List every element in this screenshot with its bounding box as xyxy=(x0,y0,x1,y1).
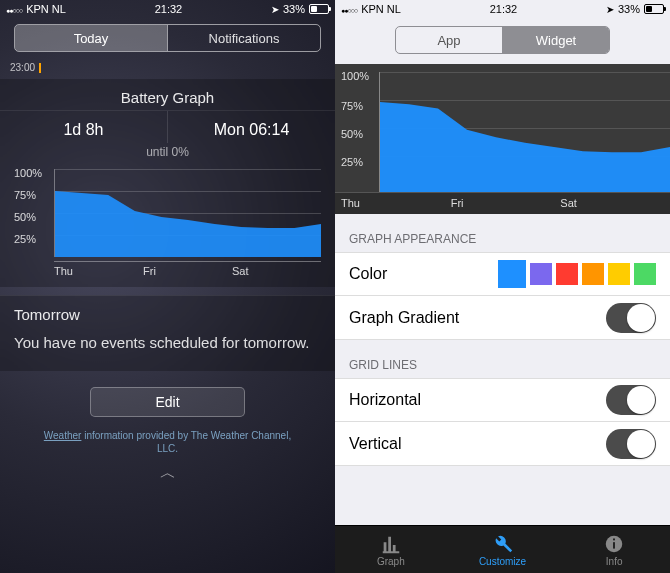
row-color-label: Color xyxy=(349,265,387,283)
info-icon xyxy=(603,533,625,555)
app-customize-screen: KPN NL 21:32 ➤ 33% App Widget 100% 75% 5… xyxy=(335,0,670,573)
svg-rect-3 xyxy=(613,542,615,548)
tab-bar: Graph Customize Info xyxy=(335,525,670,573)
swatch-purple[interactable] xyxy=(530,263,552,285)
battery-pct-label: 33% xyxy=(618,3,640,15)
svg-marker-1 xyxy=(380,102,670,192)
y-label: 75% xyxy=(341,100,377,112)
row-horizontal-label: Horizontal xyxy=(349,391,421,409)
section-graph-appearance: Graph Appearance xyxy=(335,214,670,252)
color-swatches xyxy=(498,260,656,288)
y-label: 75% xyxy=(14,189,50,201)
battery-widget: Battery Graph 1d 8h Mon 06:14 until 0% 1… xyxy=(0,79,335,287)
battery-chart: 100% 75% 50% 25% Thu Fri Sat xyxy=(14,169,321,279)
timeline-time: 23:00 xyxy=(10,62,35,73)
carrier-label: KPN NL xyxy=(26,3,66,15)
row-horizontal[interactable]: Horizontal xyxy=(335,378,670,422)
swatch-red[interactable] xyxy=(556,263,578,285)
carrier-label: KPN NL xyxy=(361,3,401,15)
battery-eta-value: Mon 06:14 xyxy=(167,111,335,143)
timeline-marker: 23:00 xyxy=(0,60,335,79)
weather-footnote: Weather information provided by The Weat… xyxy=(0,425,335,461)
status-bar: KPN NL 21:32 ➤ 33% xyxy=(335,0,670,18)
row-gradient-label: Graph Gradient xyxy=(349,309,459,327)
tomorrow-title: Tomorrow xyxy=(14,306,321,323)
tab-app[interactable]: App xyxy=(396,27,502,53)
x-label: Fri xyxy=(451,193,561,214)
battery-icon xyxy=(309,4,329,14)
weather-link[interactable]: Weather xyxy=(44,430,82,441)
wrench-icon xyxy=(492,533,514,555)
y-label: 50% xyxy=(14,211,50,223)
swatch-blue[interactable] xyxy=(498,260,526,288)
tabbar-graph-label: Graph xyxy=(377,556,405,567)
tomorrow-body: You have no events scheduled for tomorro… xyxy=(14,333,321,353)
battery-chart-area xyxy=(55,169,321,257)
tabbar-customize[interactable]: Customize xyxy=(447,526,559,573)
x-label: Thu xyxy=(341,193,451,214)
battery-until-label: until 0% xyxy=(0,143,335,169)
battery-remaining-value: 1d 8h xyxy=(0,111,167,143)
x-label: Sat xyxy=(560,193,670,214)
y-label: 25% xyxy=(14,233,50,245)
swatch-yellow[interactable] xyxy=(608,263,630,285)
tomorrow-widget: Tomorrow You have no events scheduled fo… xyxy=(0,295,335,371)
clock-label: 21:32 xyxy=(490,3,518,15)
x-label: Sat xyxy=(232,262,321,279)
y-label: 100% xyxy=(14,167,50,179)
svg-marker-0 xyxy=(55,191,321,257)
row-gradient[interactable]: Graph Gradient xyxy=(335,296,670,340)
y-label: 25% xyxy=(341,156,377,168)
location-icon: ➤ xyxy=(606,4,614,15)
toggle-gradient[interactable] xyxy=(606,303,656,333)
tabbar-customize-label: Customize xyxy=(479,556,526,567)
edit-button[interactable]: Edit xyxy=(90,387,245,417)
swatch-green[interactable] xyxy=(634,263,656,285)
tab-notifications[interactable]: Notifications xyxy=(167,25,320,51)
row-vertical[interactable]: Vertical xyxy=(335,422,670,466)
tab-widget[interactable]: Widget xyxy=(502,27,609,53)
tabbar-graph[interactable]: Graph xyxy=(335,526,447,573)
tab-today[interactable]: Today xyxy=(15,25,167,51)
y-label: 50% xyxy=(341,128,377,140)
timeline-tick-icon xyxy=(39,63,41,73)
status-bar: KPN NL 21:32 ➤ 33% xyxy=(0,0,335,18)
preview-chart-area xyxy=(380,72,670,192)
battery-pct-label: 33% xyxy=(283,3,305,15)
clock-label: 21:32 xyxy=(155,3,183,15)
section-grid-lines: Grid Lines xyxy=(335,340,670,378)
widget-title: Battery Graph xyxy=(0,79,335,110)
location-icon: ➤ xyxy=(271,4,279,15)
y-label: 100% xyxy=(341,70,377,82)
x-label: Fri xyxy=(143,262,232,279)
notification-center-screen: KPN NL 21:32 ➤ 33% Today Notifications 2… xyxy=(0,0,335,573)
svg-rect-4 xyxy=(613,538,615,540)
toggle-horizontal[interactable] xyxy=(606,385,656,415)
bar-chart-icon xyxy=(380,533,402,555)
swatch-orange[interactable] xyxy=(582,263,604,285)
signal-dots-icon xyxy=(341,3,357,15)
battery-icon xyxy=(644,4,664,14)
grabber-handle-icon[interactable]: ︿ xyxy=(0,461,335,488)
tabbar-info-label: Info xyxy=(606,556,623,567)
toggle-vertical[interactable] xyxy=(606,429,656,459)
row-vertical-label: Vertical xyxy=(349,435,401,453)
app-widget-segmented-control: App Widget xyxy=(395,26,610,54)
graph-preview: 100% 75% 50% 25% Thu Fri Sat xyxy=(335,64,670,214)
x-label: Thu xyxy=(54,262,143,279)
signal-dots-icon xyxy=(6,3,22,15)
tabbar-info[interactable]: Info xyxy=(558,526,670,573)
row-color[interactable]: Color xyxy=(335,252,670,296)
nc-segmented-control: Today Notifications xyxy=(14,24,321,52)
